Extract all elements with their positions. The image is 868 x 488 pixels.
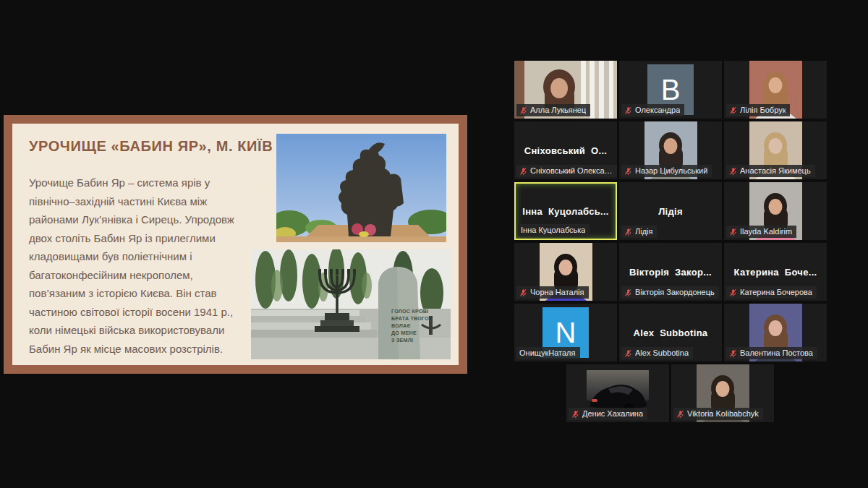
participant-name-label: Вікторія Закордонець xyxy=(621,286,719,299)
mic-muted-icon xyxy=(519,167,527,176)
participant-name-label: Viktoria Kolibabchyk xyxy=(673,408,763,420)
participant-tile[interactable]: Анастасія Якимець xyxy=(724,121,827,179)
participants-grid: Алла ЛукьянецBОлександраЛілія БобрукСніх… xyxy=(514,61,827,429)
mic-muted-icon xyxy=(729,349,737,358)
participant-tile[interactable]: Денис Хахалина xyxy=(566,364,669,422)
participant-name-text: Лілія Бобрук xyxy=(740,106,786,115)
svg-text:ВОЛАЄ: ВОЛАЄ xyxy=(391,322,411,329)
participant-tile[interactable]: Алла Лукьянец xyxy=(514,61,617,119)
participant-tile[interactable]: Viktoria Kolibabchyk xyxy=(671,364,774,422)
participant-center-name: Сніховський О... xyxy=(522,145,609,156)
slide-title: УРОЧИЩЕ «БАБИН ЯР», М. КИЇВ xyxy=(29,138,273,155)
meeting-window: УРОЧИЩЕ «БАБИН ЯР», М. КИЇВ Урочище Баби… xyxy=(0,0,868,488)
participant-name-label: Назар Цибульський xyxy=(621,165,712,177)
participant-name-label: Валентина Постова xyxy=(726,347,817,359)
participant-tile[interactable]: Лілія Бобрук xyxy=(724,61,827,119)
mic-muted-icon xyxy=(624,106,632,115)
mic-muted-icon xyxy=(624,228,632,236)
mic-muted-icon xyxy=(519,288,527,297)
participant-center-name: Лідія xyxy=(656,206,685,217)
svg-text:ГОЛОС КРОВІ: ГОЛОС КРОВІ xyxy=(391,308,428,314)
participant-tile[interactable]: Чорна Наталія xyxy=(514,243,617,301)
participant-name-text: Назар Цибульський xyxy=(635,166,707,176)
participant-tile[interactable]: Валентина Постова xyxy=(724,304,827,361)
participant-tile[interactable]: BОлександра xyxy=(619,61,722,119)
participant-tile[interactable]: Вікторія Закор...Вікторія Закордонець xyxy=(619,243,722,301)
svg-text:ДО МЕНЕ: ДО МЕНЕ xyxy=(391,330,417,336)
mic-muted-icon xyxy=(729,106,737,115)
participant-name-label: Олександра xyxy=(621,104,684,116)
mic-muted-icon xyxy=(624,288,632,297)
mic-muted-icon xyxy=(729,288,737,297)
mic-muted-icon xyxy=(729,167,737,176)
participant-name-label: Алла Лукьянец xyxy=(516,104,590,116)
participant-name-text: Олександра xyxy=(635,106,680,115)
participant-name-label: Денис Хахалина xyxy=(569,408,647,420)
participant-name-label: Лідія xyxy=(621,226,657,238)
mic-muted-icon xyxy=(729,228,737,236)
slide-image-menorah: ГОЛОС КРОВІ БРАТА ТВОГО ВОЛАЄ ДО МЕНЕ З … xyxy=(251,249,451,359)
svg-text:БРАТА ТВОГО: БРАТА ТВОГО xyxy=(391,315,429,322)
slide-image-monument xyxy=(276,134,446,242)
participant-center-name: Alex Subbotina xyxy=(631,328,710,338)
mic-muted-icon xyxy=(676,410,684,419)
slide-body-text: Урочище Бабин Яр – система ярів у північ… xyxy=(29,174,248,358)
participant-name-label: ОнищукНаталя xyxy=(516,347,580,359)
participant-name-label: Катерина Бочерова xyxy=(726,286,817,299)
participant-name-label: Ilayda Kaldirim xyxy=(726,226,796,238)
mic-muted-icon xyxy=(571,410,579,419)
participant-name-text: Сніховський Олексан... xyxy=(530,166,613,176)
participant-name-text: Катерина Бочерова xyxy=(740,288,812,297)
participant-name-text: Вікторія Закордонець xyxy=(635,288,715,297)
participant-name-text: Чорна Наталія xyxy=(530,288,584,297)
participant-name-label: Alex Subbotina xyxy=(621,347,693,359)
presentation-slide: УРОЧИЩЕ «БАБИН ЯР», М. КИЇВ Урочище Баби… xyxy=(4,115,467,374)
participant-name-text: Ilayda Kaldirim xyxy=(740,227,792,236)
participant-tile[interactable]: NОнищукНаталя xyxy=(514,304,617,361)
participant-name-text: ОнищукНаталя xyxy=(519,348,576,358)
participant-name-text: Viktoria Kolibabchyk xyxy=(687,409,759,419)
participant-name-text: Анастасія Якимець xyxy=(740,166,811,176)
participant-name-label: Сніховський Олексан... xyxy=(516,165,617,177)
participant-center-name: Вікторія Закор... xyxy=(627,267,714,278)
participant-name-text: Алла Лукьянец xyxy=(530,106,586,115)
participant-center-name: Катерина Боче... xyxy=(732,267,820,278)
participant-tile[interactable]: Alex SubbotinaAlex Subbotina xyxy=(619,304,722,361)
participant-name-label: Інна Куцолабська xyxy=(518,224,590,236)
mic-muted-icon xyxy=(624,167,632,176)
participant-center-name: Інна Куцолабсь... xyxy=(520,206,610,217)
participant-name-label: Лілія Бобрук xyxy=(726,104,790,116)
participant-tile[interactable]: Катерина Боче...Катерина Бочерова xyxy=(724,243,827,301)
participant-name-text: Alex Subbotina xyxy=(635,348,689,358)
svg-text:З ЗЕМЛІ: З ЗЕМЛІ xyxy=(391,337,413,343)
participant-tile[interactable]: Сніховський О...Сніховський Олексан... xyxy=(514,121,617,179)
participant-name-label: Анастасія Якимець xyxy=(726,165,815,177)
participant-name-text: Денис Хахалина xyxy=(582,409,643,419)
participant-name-text: Інна Куцолабська xyxy=(521,226,585,235)
participant-name-label: Чорна Наталія xyxy=(516,286,589,299)
participant-name-text: Валентина Постова xyxy=(740,348,813,358)
participant-tile[interactable]: Назар Цибульський xyxy=(619,121,722,179)
participant-tile[interactable]: ЛідіяЛідія xyxy=(619,182,722,240)
participant-tile[interactable]: Інна Куцолабсь...Інна Куцолабська xyxy=(514,182,617,240)
mic-muted-icon xyxy=(624,349,632,358)
participant-name-text: Лідія xyxy=(635,227,652,236)
participant-tile[interactable]: Ilayda Kaldirim xyxy=(724,182,827,240)
mic-muted-icon xyxy=(519,106,527,115)
